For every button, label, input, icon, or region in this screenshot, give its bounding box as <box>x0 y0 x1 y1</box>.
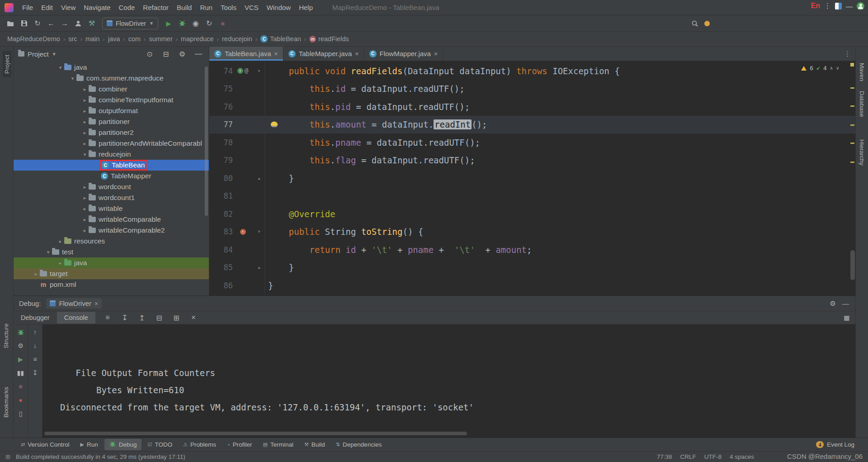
tree-item-partitionerandwritablecomparabl[interactable]: ▸partitionerAndWritableComparabl <box>14 138 209 149</box>
code-line-81[interactable]: 81 <box>209 187 855 205</box>
hide-panel-icon[interactable]: — <box>842 300 849 308</box>
tab-tablemapper-java[interactable]: CTableMapper.java× <box>283 47 364 61</box>
menu-build[interactable]: Build <box>173 2 196 13</box>
run-icon[interactable]: ▶ <box>163 18 175 29</box>
prev-error-icon[interactable]: ∧ <box>830 65 833 71</box>
file-encoding[interactable]: UTF-8 <box>704 453 722 460</box>
forward-icon[interactable]: → <box>59 18 71 29</box>
tool-window-tab-debug[interactable]: Debug <box>104 439 142 450</box>
code-line-74[interactable]: 74↑@▿ public void readFields(DataInput d… <box>209 62 855 80</box>
soft-wrap-icon[interactable]: ≡ <box>102 312 113 323</box>
step-up-icon[interactable]: ↑ <box>31 328 40 336</box>
code-line-79[interactable]: 79 this.flag = dataInput.readUTF(); <box>209 152 855 170</box>
tool-window-button-bookmarks[interactable]: Bookmarks <box>3 387 9 418</box>
scroll-down-icon[interactable]: ↧ <box>119 312 131 323</box>
trash-icon[interactable]: ▯ <box>16 410 25 418</box>
tool-window-button-hierarchy[interactable]: Hierarchy <box>859 139 865 166</box>
line-ending[interactable]: CRLF <box>680 453 696 460</box>
hammer-icon[interactable]: ⚒ <box>86 18 98 29</box>
ime-menu-icon[interactable]: ⋮ <box>824 2 831 10</box>
tree-arrow-icon[interactable]: ▸ <box>81 97 89 103</box>
breadcrumb-item-summer[interactable]: summer <box>149 35 172 43</box>
tree-arrow-icon[interactable]: ▾ <box>44 249 52 255</box>
tree-item-target[interactable]: ▸target <box>14 268 209 279</box>
ime-halfwidth-icon[interactable] <box>835 3 842 10</box>
breadcrumb-item-readfields[interactable]: mreadFields <box>309 35 349 43</box>
coverage-icon[interactable]: ◉ <box>190 18 202 29</box>
fold-marker-icon[interactable]: ▿ <box>253 229 265 235</box>
tree-arrow-icon[interactable]: ▸ <box>81 86 89 92</box>
ime-language-indicator[interactable]: En <box>811 2 820 10</box>
tab-tablebean-java[interactable]: CTableBean.java× <box>209 47 283 61</box>
tree-arrow-icon[interactable]: ▸ <box>57 238 64 244</box>
tree-arrow-icon[interactable]: ▸ <box>81 184 89 190</box>
updates-icon[interactable] <box>704 21 710 26</box>
resume-icon[interactable]: ▶ <box>16 355 25 363</box>
code-line-85[interactable]: 85▵ } <box>209 259 855 277</box>
editor-scrollbar-thumb[interactable] <box>850 250 855 280</box>
breadcrumb-item-src[interactable]: src <box>68 35 77 43</box>
menu-refactor[interactable]: Refactor <box>139 2 173 13</box>
menu-run[interactable]: Run <box>196 2 217 13</box>
console-output[interactable]: File Output Format Counters Bytes Writte… <box>42 324 855 438</box>
collapse-all-icon[interactable]: ⊟ <box>160 48 172 59</box>
debug-tab-debugger[interactable]: Debugger <box>14 312 57 324</box>
back-icon[interactable]: ← <box>45 18 57 29</box>
scroll-end-icon[interactable]: ↧ <box>31 369 40 377</box>
menu-view[interactable]: View <box>57 2 80 13</box>
code-line-75[interactable]: 75 this.id = dataInput.readUTF(); <box>209 80 855 98</box>
code-line-82[interactable]: 82 @Override <box>209 205 855 223</box>
debug-tab-console[interactable]: Console <box>57 312 95 324</box>
warning-tick-icon[interactable] <box>850 87 854 89</box>
fold-marker-icon[interactable]: ▿ <box>253 68 265 74</box>
code-line-78[interactable]: 78 this.pname = dataInput.readUTF(); <box>209 133 855 152</box>
tree-arrow-icon[interactable]: ▸ <box>81 108 89 114</box>
soft-wrap-icon[interactable]: ≡ <box>31 355 40 363</box>
tree-arrow-icon[interactable]: ▸ <box>32 271 40 277</box>
breadcrumb-item-mapreduce[interactable]: mapreduce <box>181 35 214 43</box>
tree-arrow-icon[interactable]: ▸ <box>81 119 89 125</box>
breakpoints-icon[interactable]: ● <box>16 396 25 404</box>
tree-item-writablecomparable2[interactable]: ▸writableComparable2 <box>14 225 209 236</box>
tree-item-test[interactable]: ▾test <box>14 247 209 257</box>
tree-item-resources[interactable]: ▸resources <box>14 236 209 247</box>
select-opened-file-icon[interactable]: ⊙ <box>144 48 156 59</box>
indent-setting[interactable]: 4 spaces <box>730 453 754 460</box>
menu-file[interactable]: File <box>18 2 37 13</box>
debug-session-tab[interactable]: FlowDriver × <box>46 298 102 309</box>
tool-window-button-project[interactable]: Project <box>3 51 11 77</box>
close-icon[interactable]: × <box>94 300 98 307</box>
tool-window-button-maven[interactable]: Maven <box>859 63 865 81</box>
project-scrollbar[interactable] <box>205 67 208 216</box>
sync-icon[interactable]: ↻ <box>32 18 43 29</box>
wrench-icon[interactable]: ⚙ <box>16 342 25 350</box>
error-stripe[interactable] <box>849 61 855 295</box>
tree-item-java[interactable]: ▸java <box>14 257 209 268</box>
grid-icon[interactable]: ⊞ <box>170 312 182 323</box>
search-icon[interactable] <box>689 18 701 29</box>
clear-icon[interactable]: × <box>188 312 199 323</box>
pause-icon[interactable]: ▮▮ <box>16 369 25 377</box>
ime-person-icon[interactable] <box>857 2 864 10</box>
stop-icon[interactable]: ■ <box>217 18 229 29</box>
close-icon[interactable]: × <box>355 50 359 57</box>
menu-help[interactable]: Help <box>295 2 317 13</box>
tree-arrow-icon[interactable]: ▾ <box>81 152 89 157</box>
tree-item-pom-xml[interactable]: mpom.xml <box>14 279 209 290</box>
event-log-button[interactable]: 4Event Log <box>816 441 854 448</box>
project-panel-title[interactable]: Project <box>28 50 49 58</box>
fold-marker-icon[interactable]: ▵ <box>253 175 265 181</box>
warning-tick-icon[interactable] <box>850 143 854 144</box>
menu-tools[interactable]: Tools <box>217 2 241 13</box>
tool-window-tab-profiler[interactable]: ◔Profiler <box>222 439 256 450</box>
warning-tick-icon[interactable] <box>850 162 854 163</box>
scroll-up-icon[interactable]: ↥ <box>136 312 148 323</box>
tree-item-tablebean[interactable]: CTableBean <box>14 160 209 171</box>
tree-item-reducejoin[interactable]: ▾reducejoin <box>14 149 209 160</box>
profile-icon[interactable]: ↻ <box>203 18 215 29</box>
tab-flowmapper-java[interactable]: CFlowMapper.java× <box>364 47 443 61</box>
chevron-down-icon[interactable]: ▼ <box>52 52 57 57</box>
tree-arrow-icon[interactable]: ▾ <box>69 76 76 81</box>
step-down-icon[interactable]: ↓ <box>31 342 40 350</box>
tool-window-tab-build[interactable]: ⚒Build <box>300 439 330 450</box>
